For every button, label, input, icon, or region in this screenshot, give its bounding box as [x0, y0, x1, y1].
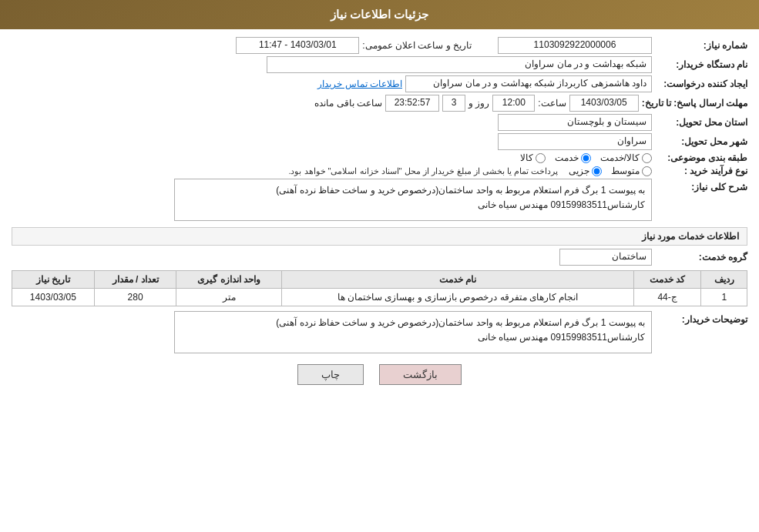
purchase-note: پرداخت تمام یا بخشی از مبلغ خریدار از مح…: [288, 166, 558, 176]
buyer-desc-value: به پیوست 1 برگ فرم استعلام مربوط به واحد…: [174, 311, 652, 353]
service-group-label: گروه خدمت:: [655, 252, 747, 263]
cell-name: انجام کارهای متفرقه درخصوص بازسازی و بهس…: [282, 289, 634, 306]
page-title: جزئیات اطلاعات نیاز: [331, 8, 428, 21]
purchase-radio-medium[interactable]: [642, 166, 652, 176]
page-wrapper: جزئیات اطلاعات نیاز شماره نیاز: 11030929…: [0, 0, 759, 532]
category-radio-goods[interactable]: [536, 153, 546, 163]
category-radio-service[interactable]: [581, 153, 591, 163]
col-code: کد خدمت: [633, 271, 701, 289]
service-group-value: ساختمان: [559, 249, 652, 266]
purchase-label-minor: جزیی: [569, 166, 589, 176]
buyer-station-label: نام دستگاه خریدار:: [655, 59, 747, 70]
row-category: طبقه بندی موضوعی: کالا/خدمت خدمت کالا: [12, 152, 747, 163]
row-request-number: شماره نیاز: 1103092922000006 تاریخ و ساع…: [12, 37, 747, 54]
page-header: جزئیات اطلاعات نیاز: [0, 0, 759, 29]
deadline-label: مهلت ارسال پاسخ: تا تاریخ:: [642, 98, 747, 109]
purchase-type-minor[interactable]: جزیی: [569, 166, 602, 176]
row-general-desc: شرح کلی نیاز: به پیوست 1 برگ فرم استعلام…: [12, 179, 747, 221]
row-deadline: مهلت ارسال پاسخ: تا تاریخ: 1403/03/05 سا…: [12, 95, 747, 112]
row-buyer-desc: توضیحات خریدار: به پیوست 1 برگ فرم استعل…: [12, 311, 747, 353]
province-label: استان محل تحویل:: [655, 117, 747, 128]
bottom-buttons: بازگشت چاپ: [12, 364, 747, 385]
request-number-value: 1103092922000006: [498, 37, 652, 54]
purchase-type-label: نوع فرآیند خرید :: [655, 166, 747, 176]
col-quantity: تعداد / مقدار: [94, 271, 176, 289]
table-row: 1 ج-44 انجام کارهای متفرقه درخصوص بازساز…: [12, 289, 747, 306]
print-button[interactable]: چاپ: [297, 364, 364, 385]
cell-date: 1403/03/05: [12, 289, 95, 306]
services-table: ردیف کد خدمت نام خدمت واحد اندازه گیری ت…: [12, 270, 747, 306]
category-option-1[interactable]: کالا: [520, 152, 546, 163]
row-service-group: گروه خدمت: ساختمان: [12, 249, 747, 266]
cell-row: 1: [701, 289, 747, 306]
row-buyer-station: نام دستگاه خریدار: شبکه بهداشت و در مان …: [12, 56, 747, 73]
city-value: سراوان: [498, 133, 652, 150]
purchase-type-radio-group: متوسط جزیی: [569, 166, 652, 176]
col-date: تاریخ نیاز: [12, 271, 95, 289]
deadline-date: 1403/03/05: [569, 95, 639, 112]
cell-quantity: 280: [94, 289, 176, 306]
row-creator: ایجاد کننده درخواست: داود هاشمزهی کاربرد…: [12, 75, 747, 92]
contact-link[interactable]: اطلاعات تماس خریدار: [317, 79, 402, 89]
announce-label: تاریخ و ساعت اعلان عمومی:: [362, 40, 472, 51]
creator-value: داود هاشمزهی کاربرداز شبکه بهداشت و در م…: [405, 75, 652, 92]
category-label: طبقه بندی موضوعی:: [655, 152, 747, 163]
col-name: نام خدمت: [282, 271, 634, 289]
row-city: شهر محل تحویل: سراوان: [12, 133, 747, 150]
general-desc-value: به پیوست 1 برگ فرم استعلام مربوط به واحد…: [174, 179, 652, 221]
purchase-radio-minor[interactable]: [592, 166, 602, 176]
services-section-title: اطلاعات خدمات مورد نیاز: [12, 227, 747, 246]
deadline-time: 12:00: [492, 95, 535, 112]
announce-value: 1403/03/01 - 11:47: [236, 37, 359, 54]
category-option-2[interactable]: خدمت: [555, 152, 591, 163]
category-label-service-goods: کالا/خدمت: [600, 152, 640, 163]
category-radio-service-goods[interactable]: [642, 153, 652, 163]
city-label: شهر محل تحویل:: [655, 136, 747, 147]
category-radio-group: کالا/خدمت خدمت کالا: [520, 152, 652, 163]
deadline-day-label: روز و: [468, 98, 489, 109]
col-row: ردیف: [701, 271, 747, 289]
deadline-remaining-label: ساعت باقی مانده: [314, 98, 382, 109]
row-province: استان محل تحویل: سیستان و بلوچستان: [12, 114, 747, 131]
deadline-time-label: ساعت:: [538, 98, 566, 109]
buyer-station-value: شبکه بهداشت و در مان سراوان: [267, 56, 652, 73]
deadline-remaining: 23:52:57: [385, 95, 439, 112]
purchase-type-medium[interactable]: متوسط: [611, 166, 652, 176]
deadline-days: 3: [442, 95, 465, 112]
main-content: شماره نیاز: 1103092922000006 تاریخ و ساع…: [0, 29, 759, 400]
general-desc-label: شرح کلی نیاز:: [655, 179, 747, 192]
back-button[interactable]: بازگشت: [379, 364, 462, 385]
buyer-desc-label: توضیحات خریدار:: [655, 311, 747, 325]
category-label-service: خدمت: [555, 152, 579, 163]
purchase-label-medium: متوسط: [611, 166, 640, 176]
category-option-3[interactable]: کالا/خدمت: [600, 152, 652, 163]
col-unit: واحد اندازه گیری: [176, 271, 282, 289]
creator-label: ایجاد کننده درخواست:: [655, 79, 747, 89]
category-label-goods: کالا: [520, 152, 533, 163]
province-value: سیستان و بلوچستان: [498, 114, 652, 131]
request-number-label: شماره نیاز:: [655, 40, 747, 51]
row-purchase-type: نوع فرآیند خرید : متوسط جزیی پرداخت تمام…: [12, 166, 747, 176]
cell-code: ج-44: [633, 289, 701, 306]
cell-unit: متر: [176, 289, 282, 306]
